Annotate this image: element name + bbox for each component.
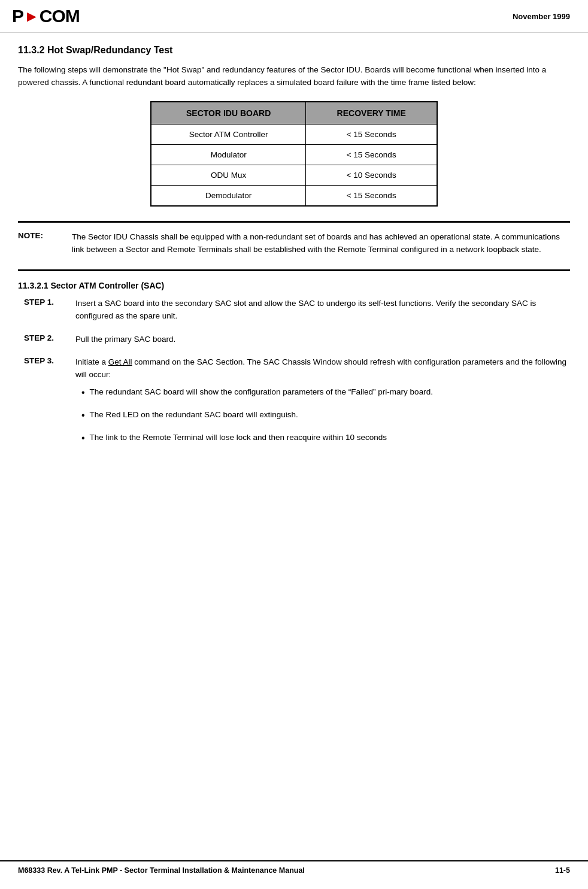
note-text: The Sector IDU Chassis shall be equipped… (72, 231, 570, 256)
table-row: Sector ATM Controller< 15 Seconds (151, 124, 437, 144)
recovery-cell: < 10 Seconds (306, 165, 437, 185)
header-date: November 1999 (513, 12, 570, 21)
bullet-item: The redundant SAC board will show the co… (81, 386, 570, 400)
step-1: STEP 1. Insert a SAC board into the seco… (24, 298, 570, 323)
bullet-item: The link to the Remote Terminal will los… (81, 432, 570, 446)
step-3-label: STEP 3. (24, 356, 66, 365)
page-header: P ► COM November 1999 (0, 0, 588, 33)
recovery-cell: < 15 Seconds (306, 124, 437, 144)
step-3: STEP 3. Initiate a Get All command on th… (24, 356, 570, 454)
table-header-row: SECTOR IDU BOARD RECOVERY TIME (151, 102, 437, 125)
step-3-intro: Initiate a Get All command on the SAC Se… (75, 356, 570, 381)
table-row: Modulator< 15 Seconds (151, 144, 437, 165)
recovery-cell: < 15 Seconds (306, 144, 437, 165)
footer-left: M68333 Rev. A Tel-Link PMP - Sector Term… (18, 866, 305, 875)
recovery-table-container: SECTOR IDU BOARD RECOVERY TIME Sector AT… (18, 101, 570, 207)
step-2-label: STEP 2. (24, 333, 66, 342)
step-2: STEP 2. Pull the primary SAC board. (24, 333, 570, 346)
note-label: NOTE: (18, 231, 60, 256)
get-all-command: Get All (108, 357, 132, 366)
recovery-cell: < 15 Seconds (306, 185, 437, 206)
logo-arrow: ► (24, 7, 39, 26)
step-1-label: STEP 1. (24, 298, 66, 307)
logo-com: COM (40, 6, 80, 26)
logo-p: P (12, 6, 23, 26)
step-3-content: Initiate a Get All command on the SAC Se… (75, 356, 570, 454)
col2-header: RECOVERY TIME (306, 102, 437, 125)
logo-text: P ► COM (12, 6, 80, 26)
hr-bottom (18, 222, 570, 223)
bullet-item: The Red LED on the redundant SAC board w… (81, 409, 570, 423)
step-1-content: Insert a SAC board into the secondary SA… (75, 298, 570, 323)
table-row: ODU Mux< 10 Seconds (151, 165, 437, 185)
step-3-bullets: The redundant SAC board will show the co… (75, 386, 570, 445)
col1-header: SECTOR IDU BOARD (151, 102, 306, 125)
section-heading: 11.3.2 Hot Swap/Redundancy Test (18, 45, 570, 56)
logo: P ► COM (12, 6, 80, 26)
board-cell: ODU Mux (151, 165, 306, 185)
footer-right: 11-5 (555, 866, 570, 875)
board-cell: Demodulator (151, 185, 306, 206)
main-content: 11.3.2 Hot Swap/Redundancy Test The foll… (0, 33, 588, 477)
table-row: Demodulator< 15 Seconds (151, 185, 437, 206)
steps-container: STEP 1. Insert a SAC board into the seco… (18, 298, 570, 454)
recovery-table: SECTOR IDU BOARD RECOVERY TIME Sector AT… (150, 101, 438, 207)
page-footer: M68333 Rev. A Tel-Link PMP - Sector Term… (0, 860, 588, 879)
step-2-content: Pull the primary SAC board. (75, 333, 175, 346)
subsection-heading: 11.3.2.1 Sector ATM Controller (SAC) (18, 281, 570, 290)
board-cell: Modulator (151, 144, 306, 165)
section-body-text: The following steps will demonstrate the… (18, 64, 570, 89)
note-section: NOTE: The Sector IDU Chassis shall be eq… (18, 227, 570, 260)
hr-bottom2 (18, 271, 570, 271)
board-cell: Sector ATM Controller (151, 124, 306, 144)
